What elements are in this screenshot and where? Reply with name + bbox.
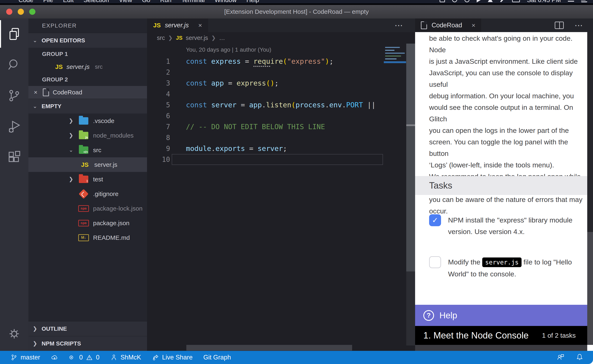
line-number: 4 xyxy=(147,89,170,99)
breadcrumb[interactable]: src ❯ JS server.js ❯ … xyxy=(147,32,415,44)
status-item-cloud-upload[interactable] xyxy=(51,354,58,361)
menu-item[interactable]: Edit xyxy=(63,0,74,3)
split-editor-icon[interactable] xyxy=(555,22,564,29)
tree-item--gitignore[interactable]: ❯.gitignore xyxy=(28,187,147,201)
line-number: 3 xyxy=(147,78,170,89)
code-line[interactable]: 7// -- DO NOT EDIT BELOW THIS LINE xyxy=(147,121,384,132)
source-control-icon[interactable] xyxy=(0,80,28,111)
triangle-icon[interactable] xyxy=(488,0,493,2)
code-line[interactable]: 1const express = require("express"); xyxy=(147,56,384,67)
npm-scripts-section-header[interactable]: ❯ NPM SCRIPTS xyxy=(28,336,147,351)
code-editor[interactable]: You, 20 days ago | 1 author (You) 1const… xyxy=(147,44,415,351)
task-checkbox-checked[interactable]: ✓ xyxy=(429,214,441,226)
notification-center-icon[interactable] xyxy=(581,0,587,2)
lesson-bar[interactable]: 1. Meet the Node Console 1 of 2 tasks xyxy=(415,326,587,345)
vscode-window: Code File Edit Selection View Go Run Ter… xyxy=(0,0,593,364)
sidebar-title: EXPLORER xyxy=(28,19,147,33)
explorer-sidebar: EXPLORER ⌄ OPEN EDITORS GROUP 1 JS serve… xyxy=(28,19,147,351)
tree-item-server-js[interactable]: JSserver.js xyxy=(28,157,147,172)
task-checkbox-unchecked[interactable] xyxy=(429,256,441,268)
menu-item[interactable]: Run xyxy=(160,0,172,3)
tree-item-package-lock-json[interactable]: ❯npmpackage-lock.json xyxy=(28,201,147,216)
pen-icon[interactable] xyxy=(500,0,505,2)
tree-item-node-modules[interactable]: ❯jsnode_modules xyxy=(28,128,147,143)
menu-item[interactable]: Help xyxy=(247,0,259,3)
control-center-icon[interactable] xyxy=(568,0,574,2)
play-icon[interactable] xyxy=(477,0,481,2)
menu-item[interactable]: Terminal xyxy=(181,0,205,3)
status-item-git-graph[interactable]: Git Graph xyxy=(203,354,231,361)
code-line[interactable]: 6 xyxy=(147,110,384,121)
extensions-icon[interactable] xyxy=(0,142,28,173)
window-title: [Extension Development Host] - CodeRoad … xyxy=(0,8,593,15)
npm-icon: npm xyxy=(78,220,89,227)
tree-item-package-json[interactable]: ❯npmpackage.json xyxy=(28,216,147,230)
tab-serverjs[interactable]: JS server.js × xyxy=(147,19,208,32)
code-line[interactable]: 2 xyxy=(147,67,384,78)
close-tab-icon[interactable]: × xyxy=(472,22,475,29)
menu-item[interactable]: Go xyxy=(142,0,150,3)
chevron-down-icon: ⌄ xyxy=(28,37,42,44)
settings-gear-icon[interactable] xyxy=(0,318,28,349)
folder-section-header[interactable]: ⌄ EMPTY xyxy=(28,99,147,114)
status-item-shmck[interactable]: ShMcK xyxy=(110,354,141,361)
notifications-bell-icon[interactable] xyxy=(576,353,584,362)
open-editor-item-coderoad[interactable]: × CodeRoad xyxy=(28,86,147,99)
editor-actions-menu[interactable]: ⋯ xyxy=(394,19,404,32)
run-debug-icon[interactable] xyxy=(0,111,28,142)
task-item-1: ✓ NPM install the "express" library modu… xyxy=(429,214,592,237)
code-line[interactable]: 3const app = express(); xyxy=(147,78,384,89)
tree-item-label: src xyxy=(93,147,101,154)
folder-node-icon: js xyxy=(78,132,89,139)
close-icon[interactable]: × xyxy=(28,89,43,96)
open-editors-header[interactable]: ⌄ OPEN EDITORS xyxy=(28,33,147,48)
panel-actions-menu[interactable]: ⋯ xyxy=(574,20,584,30)
line-number: 9 xyxy=(147,143,170,154)
git-icon xyxy=(78,190,89,197)
tab-coderoad[interactable]: CodeRoad × xyxy=(415,19,481,32)
panel-tab-bar: CodeRoad × ⋯ xyxy=(415,19,593,32)
chevron-right-icon: ❯ xyxy=(28,340,42,347)
status-item-master[interactable]: master xyxy=(10,354,40,361)
horizontal-scrollbar[interactable] xyxy=(186,345,352,351)
menu-item[interactable]: Window xyxy=(214,0,237,3)
line-number: 8 xyxy=(147,132,170,143)
coderoad-webview: be able to check what's going on in your… xyxy=(415,32,593,351)
feedback-icon[interactable] xyxy=(557,353,565,362)
menu-item[interactable]: File xyxy=(43,0,53,3)
shield-icon[interactable] xyxy=(452,0,457,2)
menu-item[interactable]: Code xyxy=(19,0,33,3)
tree-item-readme-md[interactable]: ❯M↓README.md xyxy=(28,230,147,245)
status-item-0[interactable]: 00 xyxy=(69,354,100,361)
menu-item[interactable]: View xyxy=(119,0,132,3)
minimap[interactable] xyxy=(384,45,406,106)
open-editor-item-serverjs[interactable]: JS server.js src xyxy=(28,60,147,73)
line-number: 2 xyxy=(147,67,170,78)
explorer-icon[interactable] xyxy=(0,19,28,49)
code-line[interactable]: 4 xyxy=(147,89,384,99)
task-item-2: Modify the server.js file to log "Hello … xyxy=(429,256,592,280)
status-bar: master00ShMcKLive ShareGit Graph xyxy=(0,351,593,364)
display-icon[interactable] xyxy=(440,0,445,2)
shield-icon[interactable] xyxy=(464,0,470,2)
menu-item[interactable]: Selection xyxy=(84,0,109,3)
tree-item-src[interactable]: ⌄</>src xyxy=(28,143,147,157)
search-icon[interactable] xyxy=(0,49,28,80)
battery-icon[interactable] xyxy=(512,0,520,2)
webview-scrollbar[interactable] xyxy=(587,32,593,351)
status-item-live-share[interactable]: Live Share xyxy=(152,354,193,361)
codelens-annotation[interactable]: You, 20 days ago | 1 author (You) xyxy=(186,46,271,53)
code-line[interactable]: 8 xyxy=(147,132,384,143)
tree-item-test[interactable]: ❯⌇test xyxy=(28,172,147,187)
code-line[interactable]: 5const server = app.listen(process.env.P… xyxy=(147,99,384,110)
title-bar[interactable]: [Extension Development Host] - CodeRoad … xyxy=(0,5,593,19)
line-number: 6 xyxy=(147,110,170,121)
tree-item-label: test xyxy=(93,176,103,183)
help-button[interactable]: ? Help xyxy=(415,305,587,326)
close-tab-icon[interactable]: × xyxy=(198,22,202,29)
menu-bar-clock[interactable]: Sat 6:45 PM xyxy=(527,0,561,3)
outline-section-header[interactable]: ❯ OUTLINE xyxy=(28,321,147,336)
code-line[interactable]: 9module.exports = server; xyxy=(147,143,384,154)
tree-item--vscode[interactable]: ❯.vscode xyxy=(28,114,147,128)
tree-item-label: .gitignore xyxy=(93,190,118,197)
